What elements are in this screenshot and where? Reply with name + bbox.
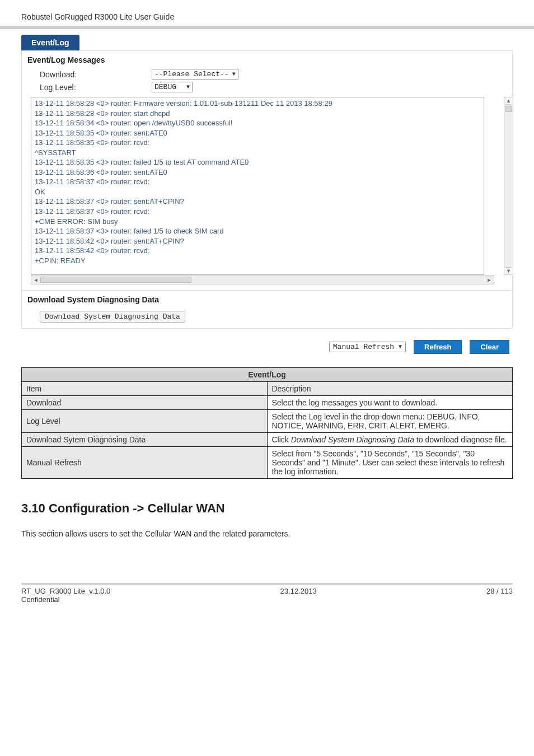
messages-heading: Event/Log Messages [22, 51, 512, 68]
refresh-button-label: Refresh [424, 343, 451, 351]
footer-left: RT_UG_R3000 Lite_v.1.0.0 [21, 587, 110, 595]
chevron-down-icon: ▼ [232, 71, 236, 77]
header-rule-thin [0, 28, 534, 29]
table-cell: Manual Refresh [22, 447, 268, 479]
horizontal-scrollbar[interactable]: ◄ ► [31, 275, 494, 284]
scroll-down-icon[interactable]: ▼ [504, 267, 513, 274]
table-cell: Select the Log level in the drop-down me… [267, 410, 513, 433]
table-row: Item Description [22, 382, 513, 396]
table-row: Download Sytem Diagnosing Data Click Dow… [22, 433, 513, 447]
download-select-value: --Please Select-- [154, 70, 229, 78]
table-cell: Select from "5 Seconds", "10 Seconds", "… [267, 447, 513, 479]
scroll-left-icon[interactable]: ◄ [31, 277, 40, 283]
table-cell: Click Download System Diagnosing Data to… [267, 433, 513, 447]
chevron-down-icon: ▼ [180, 84, 190, 90]
table-cell: Download [22, 396, 268, 410]
refresh-interval-select[interactable]: Manual Refresh ▼ [329, 342, 406, 352]
loglevel-select[interactable]: DEBUG ▼ [152, 82, 193, 92]
table-cell: Select the log messages you want to down… [267, 396, 513, 410]
scrollbar-thumb[interactable] [40, 277, 191, 283]
log-textarea[interactable]: 13-12-11 18:58:28 <0> router: Firmware v… [31, 97, 484, 275]
download-select[interactable]: --Please Select-- ▼ [152, 69, 238, 80]
doc-title: Robustel GoRugged R3000 Lite User Guide [21, 12, 174, 21]
section-body: This section allows users to set the Cel… [21, 529, 513, 538]
table-cell: Item [22, 382, 268, 396]
clear-button[interactable]: Clear [470, 340, 509, 354]
scroll-right-icon[interactable]: ► [485, 277, 494, 283]
scrollbar-thumb[interactable] [505, 106, 512, 112]
page-header: Robustel GoRugged R3000 Lite User Guide [0, 0, 534, 25]
refresh-interval-value: Manual Refresh [333, 343, 394, 351]
footer-left2: Confidential [21, 595, 513, 604]
scroll-up-icon[interactable]: ▲ [505, 97, 512, 105]
page-footer: RT_UG_R3000 Lite_v.1.0.0 23.12.2013 28 /… [0, 583, 534, 615]
footer-rule [21, 583, 513, 585]
loglevel-select-value: DEBUG [154, 83, 176, 91]
tab-label: Event/Log [31, 38, 69, 47]
chevron-down-icon: ▼ [399, 344, 402, 350]
event-log-panel: Event/Log Messages Download: --Please Se… [21, 50, 513, 329]
download-diag-label: Download System Diagnosing Data [45, 312, 180, 321]
table-row: Download Select the log messages you wan… [22, 396, 513, 410]
table-title: Event/Log [22, 368, 513, 382]
footer-right: 28 / 113 [486, 587, 513, 595]
table-cell: Download Sytem Diagnosing Data [22, 433, 268, 447]
tab-event-log[interactable]: Event/Log [21, 35, 79, 50]
loglevel-label: Log Level: [40, 83, 152, 92]
download-label: Download: [40, 70, 152, 79]
refresh-button[interactable]: Refresh [414, 340, 462, 354]
vertical-scrollbar[interactable]: ▲ ▼ [504, 97, 513, 275]
table-row: Log Level Select the Log level in the dr… [22, 410, 513, 433]
italic-text: Download System Diagnosing Data [291, 435, 414, 444]
table-cell: Description [267, 382, 513, 396]
table-cell: Log Level [22, 410, 268, 433]
diag-heading: Download System Diagnosing Data [22, 291, 512, 307]
clear-button-label: Clear [480, 343, 499, 351]
download-diag-button[interactable]: Download System Diagnosing Data [40, 311, 185, 323]
table-row: Manual Refresh Select from "5 Seconds", … [22, 447, 513, 479]
section-heading: 3.10 Configuration -> Cellular WAN [21, 501, 513, 516]
footer-center: 23.12.2013 [280, 587, 317, 595]
event-log-description-table: Event/Log Item Description Download Sele… [21, 367, 513, 479]
